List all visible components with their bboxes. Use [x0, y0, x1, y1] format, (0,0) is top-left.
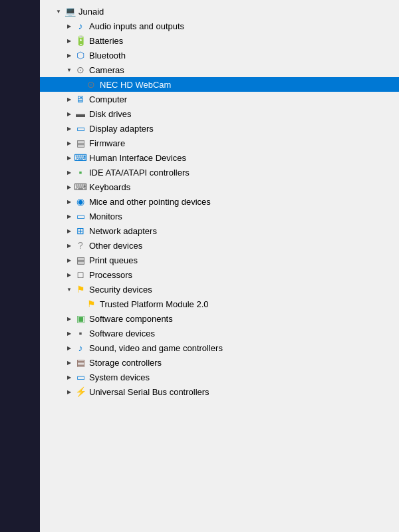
icon-softcomp: ▣	[74, 313, 86, 325]
tree-item-junaid[interactable]: 💻Junaid	[40, 4, 399, 19]
icon-hid: ⌨	[74, 152, 86, 164]
label-keyboard: Keyboards	[89, 182, 130, 192]
expander-storage[interactable]	[64, 357, 74, 368]
label-tpm: Trusted Platform Module 2.0	[100, 299, 209, 309]
expander-network[interactable]	[64, 225, 74, 236]
label-computer: Computer	[89, 94, 127, 104]
tree-item-hid[interactable]: ⌨Human Interface Devices	[40, 150, 399, 165]
icon-audio: ♪	[74, 20, 86, 32]
expander-usb[interactable]	[64, 386, 74, 397]
label-cameras: Cameras	[89, 65, 124, 75]
expander-security[interactable]	[64, 284, 74, 295]
expander-keyboard[interactable]	[64, 182, 74, 192]
tree-item-other[interactable]: ?Other devices	[40, 238, 399, 253]
tree-item-softdev[interactable]: ▪Software devices	[40, 326, 399, 340]
icon-storage: ▤	[74, 356, 86, 368]
expander-tpm	[74, 299, 85, 309]
main-content: 💻Junaid♪Audio inputs and outputs🔋Batteri…	[40, 0, 399, 532]
tree-item-system[interactable]: ▭System devices	[40, 370, 399, 384]
tree-item-webcam[interactable]: ⊙NEC HD WebCam	[40, 77, 399, 92]
icon-print: ▤	[74, 254, 86, 266]
expander-processors[interactable]	[64, 269, 74, 280]
expander-bluetooth[interactable]	[64, 50, 74, 61]
expander-firmware[interactable]	[64, 138, 74, 148]
tree-item-display[interactable]: ▭Display adapters	[40, 121, 399, 136]
icon-processors: □	[74, 269, 86, 281]
expander-computer[interactable]	[64, 94, 74, 104]
icon-cameras: ⊙	[74, 64, 86, 76]
icon-disk: ▬	[74, 108, 86, 120]
label-softcomp: Software components	[89, 314, 173, 324]
expander-softdev[interactable]	[64, 328, 74, 338]
label-print: Print queues	[89, 255, 138, 265]
tree-item-sound[interactable]: ♪Sound, video and game controllers	[40, 340, 399, 355]
label-processors: Processors	[89, 270, 132, 280]
tree-item-monitors[interactable]: ▭Monitors	[40, 209, 399, 223]
label-sound: Sound, video and game controllers	[89, 343, 223, 353]
left-panel	[0, 0, 40, 532]
tree-item-keyboard[interactable]: ⌨Keyboards	[40, 180, 399, 194]
tree-item-processors[interactable]: □Processors	[40, 267, 399, 282]
icon-usb: ⚡	[74, 386, 86, 398]
label-ide: IDE ATA/ATAPI controllers	[89, 168, 190, 178]
tree-item-network[interactable]: ⊞Network adapters	[40, 223, 399, 238]
expander-audio[interactable]	[64, 21, 74, 31]
expander-mice[interactable]	[64, 196, 74, 207]
tree-item-storage[interactable]: ▤Storage controllers	[40, 355, 399, 370]
expander-disk[interactable]	[64, 108, 74, 119]
device-tree: 💻Junaid♪Audio inputs and outputs🔋Batteri…	[40, 1, 399, 402]
tree-item-batteries[interactable]: 🔋Batteries	[40, 33, 399, 48]
label-security: Security devices	[89, 285, 152, 295]
expander-hid[interactable]	[64, 152, 74, 163]
label-storage: Storage controllers	[89, 358, 162, 368]
expander-print[interactable]	[64, 255, 74, 265]
icon-firmware: ▤	[74, 137, 86, 149]
icon-security: ⚑	[74, 283, 86, 295]
expander-display[interactable]	[64, 123, 74, 134]
icon-monitors: ▭	[74, 210, 86, 222]
tree-item-ide[interactable]: ▪IDE ATA/ATAPI controllers	[40, 165, 399, 180]
tree-item-security[interactable]: ⚑Security devices	[40, 282, 399, 297]
tree-item-cameras[interactable]: ⊙Cameras	[40, 63, 399, 77]
label-monitors: Monitors	[89, 211, 122, 221]
label-display: Display adapters	[89, 124, 154, 134]
icon-bluetooth: ⬡	[74, 49, 86, 61]
icon-display: ▭	[74, 122, 86, 134]
icon-ide: ▪	[74, 166, 86, 178]
tree-item-disk[interactable]: ▬Disk drives	[40, 106, 399, 121]
label-webcam: NEC HD WebCam	[100, 80, 171, 90]
icon-sound: ♪	[74, 342, 86, 354]
label-hid: Human Interface Devices	[89, 153, 186, 163]
expander-softcomp[interactable]	[64, 313, 74, 324]
label-firmware: Firmware	[89, 138, 125, 148]
label-usb: Universal Serial Bus controllers	[89, 387, 209, 397]
icon-network: ⊞	[74, 225, 86, 237]
icon-other: ?	[74, 239, 86, 251]
tree-item-tpm[interactable]: ⚑Trusted Platform Module 2.0	[40, 297, 399, 311]
expander-batteries[interactable]	[64, 35, 74, 46]
label-network: Network adapters	[89, 226, 157, 236]
icon-system: ▭	[74, 371, 86, 383]
tree-item-usb[interactable]: ⚡Universal Serial Bus controllers	[40, 384, 399, 399]
label-batteries: Batteries	[89, 36, 123, 46]
tree-item-softcomp[interactable]: ▣Software components	[40, 311, 399, 326]
tree-item-firmware[interactable]: ▤Firmware	[40, 136, 399, 150]
expander-junaid[interactable]	[53, 6, 64, 17]
expander-sound[interactable]	[64, 342, 74, 353]
expander-system[interactable]	[64, 372, 74, 382]
icon-batteries: 🔋	[74, 35, 86, 47]
expander-other[interactable]	[64, 240, 74, 251]
icon-softdev: ▪	[74, 327, 86, 339]
tree-item-bluetooth[interactable]: ⬡Bluetooth	[40, 48, 399, 63]
expander-cameras[interactable]	[64, 65, 74, 75]
expander-ide[interactable]	[64, 167, 74, 178]
label-softdev: Software devices	[89, 329, 155, 338]
expander-monitors[interactable]	[64, 211, 74, 221]
tree-item-audio[interactable]: ♪Audio inputs and outputs	[40, 19, 399, 33]
label-audio: Audio inputs and outputs	[89, 21, 184, 31]
tree-item-mice[interactable]: ◉Mice and other pointing devices	[40, 194, 399, 209]
tree-item-computer[interactable]: 🖥Computer	[40, 92, 399, 106]
tree-item-print[interactable]: ▤Print queues	[40, 253, 399, 267]
icon-keyboard: ⌨	[74, 181, 86, 193]
expander-webcam	[74, 79, 85, 90]
